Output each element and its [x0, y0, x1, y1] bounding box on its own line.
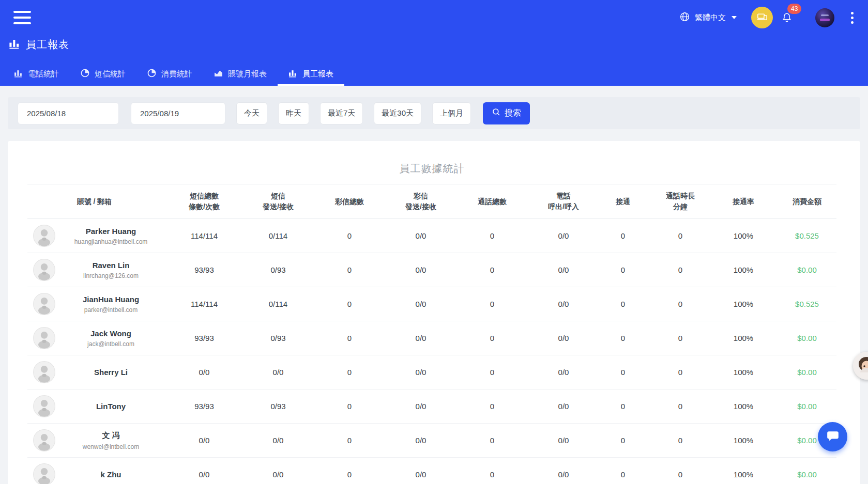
- table-row: Raven Linlinrchang@126.com93/930/9300/00…: [27, 253, 836, 287]
- employee-identity: 文 冯wenwei@intbell.com: [60, 431, 161, 450]
- employee-email: parker@intbell.com: [60, 306, 161, 314]
- chevron-down-icon: [732, 16, 737, 19]
- tab-1[interactable]: 電話統計: [3, 62, 70, 86]
- cell-connected: 0: [595, 231, 651, 240]
- quick-range-button-4[interactable]: 最近30天: [374, 102, 421, 124]
- notifications-button[interactable]: 43: [781, 10, 793, 25]
- table-row: LinTony93/930/9300/000/000100%$0.00: [27, 389, 836, 424]
- cell-minutes: 0: [651, 334, 709, 342]
- tab-label: 賬號月報表: [228, 69, 267, 79]
- employee-name: Parker Huang: [60, 227, 161, 236]
- cell-mms-sr: 0/0: [390, 266, 452, 274]
- cell-call-io: 0/0: [532, 470, 595, 479]
- pie-chart-icon: [81, 69, 89, 79]
- tab-3[interactable]: 消費統計: [136, 62, 203, 86]
- cell-sms-total: 93/93: [161, 402, 247, 411]
- cell-amount: $0.00: [778, 470, 836, 479]
- user-placeholder-avatar: [27, 259, 60, 281]
- employee-name: Jack Wong: [60, 329, 161, 338]
- employee-name: JianHua Huang: [60, 295, 161, 304]
- tab-5[interactable]: 員工報表: [278, 62, 344, 86]
- cell-call-total: 0: [452, 368, 532, 377]
- cell-rate: 100%: [709, 368, 778, 377]
- cell-rate: 100%: [709, 470, 778, 479]
- employee-identity: Raven Linlinrchang@126.com: [60, 261, 161, 279]
- cell-call-total: 0: [452, 402, 532, 411]
- cell-connected: 0: [595, 334, 651, 342]
- user-placeholder-avatar: [27, 463, 60, 484]
- language-selector[interactable]: 繁體中文: [679, 11, 737, 24]
- date-to-input[interactable]: [131, 102, 225, 124]
- cell-sms-total: 93/93: [161, 334, 247, 342]
- cell-mms-sr: 0/0: [390, 402, 452, 411]
- cell-amount: $0.525: [778, 300, 836, 308]
- user-avatar[interactable]: [815, 8, 834, 27]
- column-header: 接通率: [709, 196, 778, 207]
- cell-sms-sr: 0/93: [247, 402, 309, 411]
- cell-call-io: 0/0: [532, 300, 595, 308]
- column-header: 彩信總數: [309, 196, 390, 207]
- cell-sms-total: 0/0: [161, 470, 247, 479]
- tab-4[interactable]: 賬號月報表: [203, 62, 278, 86]
- user-placeholder-avatar: [27, 429, 60, 451]
- tab-2[interactable]: 短信統計: [70, 62, 136, 86]
- cell-mms-total: 0: [309, 368, 390, 377]
- cell-sms-sr: 0/114: [247, 231, 309, 240]
- cell-mms-total: 0: [309, 231, 390, 240]
- quick-range-button-1[interactable]: 今天: [236, 102, 267, 124]
- table-row: 文 冯wenwei@intbell.com0/00/000/000/000100…: [27, 424, 836, 458]
- quick-range-button-5[interactable]: 上個月: [432, 102, 471, 124]
- employee-identity: Sherry Li: [60, 368, 161, 377]
- user-placeholder-avatar: [27, 225, 60, 247]
- employee-email: linrchang@126.com: [60, 272, 161, 279]
- tab-label: 電話統計: [28, 69, 59, 79]
- chat-fab[interactable]: [818, 422, 847, 451]
- search-icon: [492, 107, 501, 119]
- employee-identity: Jack Wongjack@intbell.com: [60, 329, 161, 348]
- employee-email: jack@intbell.com: [60, 340, 161, 348]
- cell-sms-sr: 0/93: [247, 334, 309, 342]
- column-header: 電話呼出/呼入: [532, 191, 595, 212]
- cell-call-io: 0/0: [532, 368, 595, 377]
- cell-amount: $0.00: [778, 266, 836, 274]
- user-placeholder-avatar: [27, 395, 60, 417]
- devices-button[interactable]: [751, 7, 773, 28]
- cell-sms-sr: 0/114: [247, 300, 309, 308]
- language-label: 繁體中文: [695, 13, 726, 23]
- cell-rate: 100%: [709, 231, 778, 240]
- column-header: 彩信發送/接收: [390, 191, 452, 212]
- cell-connected: 0: [595, 300, 651, 308]
- table-header-row: 賬號 / 郵箱短信總數條數/次數短信發送/接收彩信總數彩信發送/接收通話總數電話…: [27, 184, 836, 219]
- cell-minutes: 0: [651, 231, 709, 240]
- cell-mms-total: 0: [309, 402, 390, 411]
- search-button[interactable]: 搜索: [483, 102, 530, 124]
- quick-range-button-3[interactable]: 最近7天: [320, 102, 363, 124]
- devices-icon: [756, 11, 768, 25]
- cell-mms-sr: 0/0: [390, 300, 452, 308]
- cell-sms-sr: 0/0: [247, 436, 309, 445]
- cell-sms-sr: 0/0: [247, 470, 309, 479]
- table-row: JianHua Huangparker@intbell.com114/1140/…: [27, 287, 836, 321]
- table-row: Sherry Li0/00/000/000/000100%$0.00: [27, 355, 836, 389]
- cell-rate: 100%: [709, 436, 778, 445]
- cell-amount: $0.00: [778, 368, 836, 377]
- date-from-input[interactable]: [18, 102, 119, 124]
- cell-rate: 100%: [709, 266, 778, 274]
- cell-mms-sr: 0/0: [390, 470, 452, 479]
- menu-icon[interactable]: [13, 11, 32, 24]
- more-menu-icon[interactable]: [849, 10, 856, 26]
- tab-label: 消費統計: [161, 69, 192, 79]
- cell-call-io: 0/0: [532, 334, 595, 342]
- search-button-label: 搜索: [505, 108, 521, 119]
- employee-name: k Zhu: [60, 470, 161, 479]
- cell-mms-total: 0: [309, 334, 390, 342]
- user-placeholder-avatar: [27, 361, 60, 383]
- cell-mms-total: 0: [309, 300, 390, 308]
- column-header: 接通: [595, 196, 651, 207]
- quick-range-button-2[interactable]: 昨天: [278, 102, 309, 124]
- user-placeholder-avatar: [27, 293, 60, 315]
- cell-mms-sr: 0/0: [390, 231, 452, 240]
- column-header: 短信總數條數/次數: [161, 191, 247, 212]
- cell-rate: 100%: [709, 334, 778, 342]
- cell-rate: 100%: [709, 402, 778, 411]
